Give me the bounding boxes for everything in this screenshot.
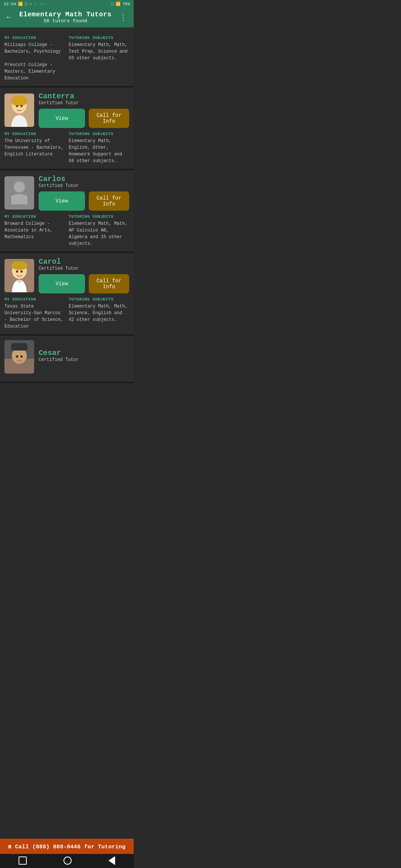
tutor-badge-canterra: Certified Tutor (39, 101, 129, 106)
svg-rect-14 (11, 343, 27, 351)
education-heading-carlos: MY EDUCATION (4, 214, 65, 219)
tutor-profile-carol: Carol Certified Tutor View Call for Info (4, 257, 129, 293)
partial-education-text: Millsaps College - Bachelors, Psychology… (4, 42, 65, 82)
more-options-button[interactable]: ⋮ (118, 11, 128, 23)
svg-point-10 (17, 280, 22, 283)
partial-subjects-text: Elementary Math, Math, Test Prep, Scienc… (69, 42, 129, 62)
details-carlos: MY EDUCATION Broward College - Associate… (4, 214, 129, 247)
partial-tutor-card: MY EDUCATION Millsaps College - Bachelor… (0, 27, 134, 88)
subjects-canterra: TUTORING SUBJECTS Elementary Math, Engli… (69, 132, 129, 164)
avatar-body-carlos (11, 194, 27, 204)
btn-row-canterra: View Call for Info (39, 109, 129, 128)
tutor-info-carlos: Carlos Certified Tutor View Call for Inf… (39, 175, 129, 211)
tutor-profile-cesar: Cesar Certified Tutor (4, 340, 129, 374)
back-button[interactable]: ← (5, 11, 13, 23)
view-button-canterra[interactable]: View (39, 109, 85, 128)
subjects-text-carol: Elementary Math, Math, Science, English … (69, 303, 129, 323)
education-heading-canterra: MY EDUCATION (4, 132, 65, 136)
partial-details: MY EDUCATION Millsaps College - Bachelor… (4, 36, 129, 82)
tutor-profile-carlos: Carlos Certified Tutor View Call for Inf… (4, 175, 129, 211)
education-text-canterra: The University of Tennessee - Bachelors,… (4, 138, 65, 158)
subjects-text-canterra: Elementary Math, English, Other, Homewor… (69, 138, 129, 164)
status-right: □ 📶 76% (111, 1, 130, 6)
partial-subjects-heading: TUTORING SUBJECTS (69, 36, 129, 40)
svg-point-15 (16, 355, 18, 358)
page-content: MY EDUCATION Millsaps College - Bachelor… (0, 27, 134, 413)
education-carlos: MY EDUCATION Broward College - Associate… (4, 214, 65, 247)
btn-row-carlos: View Call for Info (39, 191, 129, 211)
subjects-heading-carlos: TUTORING SUBJECTS (69, 214, 129, 219)
partial-education-heading: MY EDUCATION (4, 36, 65, 40)
svg-point-8 (16, 270, 18, 273)
tutor-card-cesar: Cesar Certified Tutor (0, 336, 134, 383)
education-text-carol: Texas State University-San Marcos - Bach… (4, 303, 65, 330)
tutor-name-carol: Carol (39, 257, 129, 266)
subjects-text-carlos: Elementary Math, Math, AP Calculus AB, A… (69, 220, 129, 247)
tutor-name-carlos: Carlos (39, 175, 129, 183)
details-carol: MY EDUCATION Texas State University-San … (4, 297, 129, 330)
avatar-carol (4, 259, 34, 292)
view-button-carol[interactable]: View (39, 274, 85, 293)
education-text-carlos: Broward College - Associate in Arts, Mat… (4, 220, 65, 240)
partial-education: MY EDUCATION Millsaps College - Bachelor… (4, 36, 65, 82)
status-left: 12:34 📶 □ ○ ⋮ ··· (4, 1, 47, 6)
header-center: Elementary Math Tutors 50 tutors found (13, 11, 118, 24)
svg-point-16 (20, 355, 23, 358)
close-icon: □ (111, 2, 114, 6)
view-button-carlos[interactable]: View (39, 191, 85, 211)
btn-row-carol: View Call for Info (39, 274, 129, 293)
subjects-heading-canterra: TUTORING SUBJECTS (69, 132, 129, 136)
call-button-carlos[interactable]: Call for Info (89, 191, 129, 211)
education-heading-carol: MY EDUCATION (4, 297, 65, 302)
tutor-info-canterra: Canterra Certified Tutor View Call for I… (39, 92, 129, 128)
tutor-badge-carol: Certified Tutor (39, 266, 129, 271)
app-header: ← Elementary Math Tutors 50 tutors found… (0, 8, 134, 27)
svg-point-7 (11, 261, 27, 270)
details-canterra: MY EDUCATION The University of Tennessee… (4, 132, 129, 164)
education-canterra: MY EDUCATION The University of Tennessee… (4, 132, 65, 164)
opera-icon: ○ (29, 2, 32, 6)
status-bar: 12:34 📶 □ ○ ⋮ ··· □ 📶 76% (0, 0, 134, 8)
tutor-card-canterra: Canterra Certified Tutor View Call for I… (0, 88, 134, 170)
partial-subjects: TUTORING SUBJECTS Elementary Math, Math,… (69, 36, 129, 82)
call-button-carol[interactable]: Call for Info (89, 274, 129, 293)
tutor-name-canterra: Canterra (39, 92, 129, 101)
status-time: 12:34 (4, 2, 16, 6)
svg-point-3 (16, 105, 18, 107)
more-icon: ··· (39, 2, 47, 6)
tutor-name-cesar: Cesar (39, 349, 129, 357)
tutor-profile-canterra: Canterra Certified Tutor View Call for I… (4, 92, 129, 128)
avatar-head-carlos (14, 181, 25, 193)
tutor-badge-carlos: Certified Tutor (39, 183, 129, 188)
subjects-carol: TUTORING SUBJECTS Elementary Math, Math,… (69, 297, 129, 330)
call-button-canterra[interactable]: Call for Info (89, 109, 129, 128)
svg-point-9 (20, 270, 23, 273)
subjects-heading-carol: TUTORING SUBJECTS (69, 297, 129, 302)
education-carol: MY EDUCATION Texas State University-San … (4, 297, 65, 330)
tutor-info-carol: Carol Certified Tutor View Call for Info (39, 257, 129, 293)
avatar-carlos (4, 176, 34, 210)
wifi-icon: 📶 (115, 1, 121, 6)
svg-point-4 (20, 105, 23, 107)
tutor-badge-cesar: Certified Tutor (39, 357, 129, 362)
avatar-canterra (4, 93, 34, 127)
nfc-icon: 📶 (18, 1, 23, 6)
tutor-card-carlos: Carlos Certified Tutor View Call for Inf… (0, 170, 134, 253)
dropbox-icon: □ (25, 2, 27, 6)
tutor-info-cesar: Cesar Certified Tutor (39, 349, 129, 365)
svg-point-2 (11, 96, 27, 106)
subjects-carlos: TUTORING SUBJECTS Elementary Math, Math,… (69, 214, 129, 247)
grid-icon: ⋮ (33, 1, 38, 6)
avatar-cesar (4, 340, 34, 374)
tutor-card-carol: Carol Certified Tutor View Call for Info… (0, 253, 134, 336)
tutors-count: 50 tutors found (13, 18, 118, 24)
page-title: Elementary Math Tutors (13, 11, 118, 18)
battery-label: 76% (123, 2, 130, 6)
